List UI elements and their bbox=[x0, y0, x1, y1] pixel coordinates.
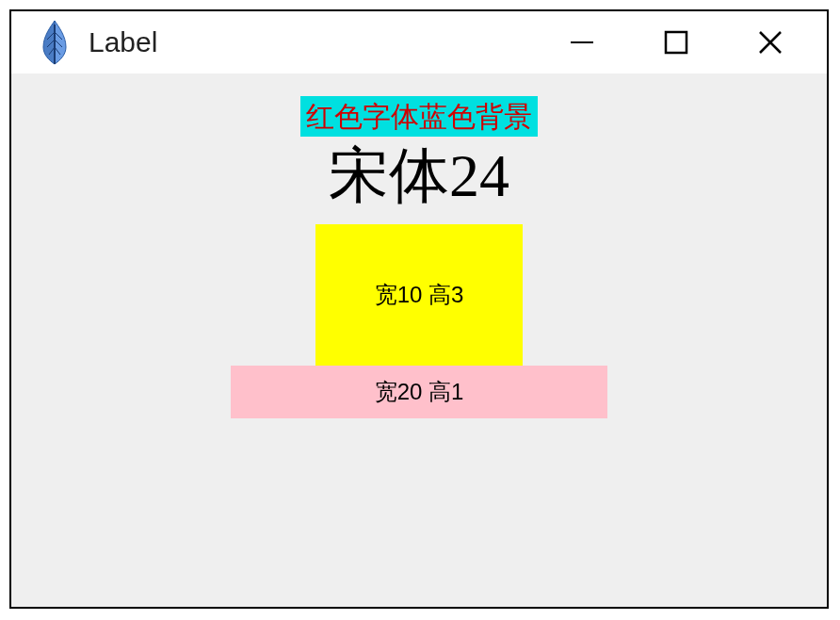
maximize-button[interactable] bbox=[657, 24, 695, 61]
svg-rect-8 bbox=[666, 32, 687, 53]
close-button[interactable] bbox=[751, 24, 789, 61]
application-window: Label 红色字体蓝色背景 宋体24 宽10 高3 bbox=[9, 9, 829, 609]
label-songti-24: 宋体24 bbox=[329, 140, 509, 213]
window-controls bbox=[563, 24, 817, 61]
window-title: Label bbox=[89, 26, 563, 58]
client-area: 红色字体蓝色背景 宋体24 宽10 高3 宽20 高1 bbox=[11, 73, 827, 418]
label-pink-20x1: 宽20 高1 bbox=[231, 366, 607, 418]
label-red-on-cyan: 红色字体蓝色背景 bbox=[300, 96, 538, 137]
label-yellow-10x3: 宽10 高3 bbox=[315, 224, 523, 366]
titlebar[interactable]: Label bbox=[11, 11, 827, 73]
tk-feather-icon bbox=[38, 19, 72, 66]
minimize-button[interactable] bbox=[563, 24, 601, 61]
